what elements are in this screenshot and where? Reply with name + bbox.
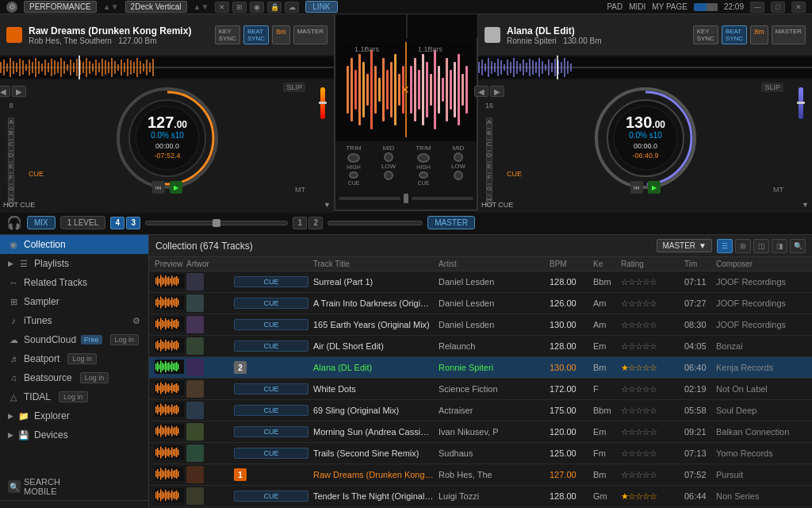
- track-preview[interactable]: [152, 381, 184, 397]
- track-preview[interactable]: [152, 338, 184, 354]
- track-preview[interactable]: [152, 317, 184, 333]
- table-row[interactable]: 2Alana (DL Edit)Ronnie Spiteri130.00Bm★☆…: [149, 357, 812, 379]
- performance-badge[interactable]: PERFORMANCE: [24, 1, 97, 13]
- table-row[interactable]: CUE165 Earth Years (Original Mix)Daniel …: [149, 314, 812, 336]
- beat-sync-btn-2[interactable]: BEATSYNC: [722, 25, 747, 44]
- icon-btn-2[interactable]: ⊞: [232, 2, 247, 13]
- sidebar-item-collection[interactable]: ◉ Collection: [0, 235, 148, 254]
- deck1-key-e[interactable]: E: [8, 162, 14, 173]
- deck1-play-btn[interactable]: ▶: [170, 181, 182, 194]
- deck2-pitch-slider[interactable]: [799, 87, 803, 119]
- deck2-key-e[interactable]: E: [486, 162, 492, 173]
- track-rating[interactable]: ☆☆☆☆☆: [619, 341, 682, 352]
- track-cue[interactable]: CUE: [232, 319, 311, 330]
- master-btn-2[interactable]: MASTER: [772, 25, 806, 44]
- beatport-login[interactable]: Log in: [67, 353, 97, 364]
- track-preview[interactable]: [152, 402, 184, 418]
- track-preview[interactable]: [152, 467, 184, 483]
- table-row[interactable]: CUE69 Sling (Original Mix)Actraiser175.0…: [149, 400, 812, 421]
- table-row[interactable]: CUEA Train Into Darkness (Original Mix)D…: [149, 293, 812, 314]
- trim-knob-2[interactable]: [417, 153, 430, 163]
- maximize-btn[interactable]: □: [771, 2, 785, 13]
- track-cue[interactable]: CUE: [232, 298, 311, 309]
- table-row[interactable]: CUETender Is The Night (Original Mix)Lui…: [149, 486, 812, 507]
- sidebar-item-related[interactable]: ↔ Related Tracks: [0, 273, 148, 292]
- key-sync-btn-2[interactable]: KEYSYNC: [693, 25, 718, 44]
- view-btn-info[interactable]: ◨: [772, 239, 787, 253]
- itunes-settings-icon[interactable]: ⚙: [132, 316, 140, 326]
- deck1-key-a[interactable]: A: [8, 117, 14, 129]
- table-row[interactable]: CUEWhite DotsScience Fiction172.00F☆☆☆☆☆…: [149, 379, 812, 400]
- deck1-hot-cue-arrow[interactable]: ▼: [324, 201, 331, 209]
- table-row[interactable]: CUESurreal (Part 1)Daniel Lesden128.00Bb…: [149, 271, 812, 293]
- track-cue[interactable]: 1: [232, 468, 311, 481]
- sidebar-item-sampler[interactable]: ⊞ Sampler: [0, 292, 148, 311]
- deck2-key-a[interactable]: A: [486, 117, 492, 129]
- track-rating[interactable]: ☆☆☆☆☆: [619, 277, 682, 287]
- tidal-login[interactable]: Log in: [59, 391, 88, 402]
- deck2-ind[interactable]: 3: [126, 217, 140, 229]
- beatsource-login[interactable]: Log in: [80, 372, 109, 383]
- search-btn[interactable]: 🔍: [790, 239, 806, 253]
- table-row[interactable]: CUETrails (Second Sine Remix)Sudhaus125.…: [149, 443, 812, 464]
- vol-fader-1[interactable]: [339, 197, 400, 200]
- view-btn-grid[interactable]: ⊞: [735, 239, 751, 253]
- master-transport-btn[interactable]: MASTER: [427, 216, 475, 229]
- track-cue[interactable]: CUE: [232, 448, 311, 459]
- sidebar-item-explorer[interactable]: ▶ 📁 Explorer: [0, 406, 148, 425]
- track-rating[interactable]: ☆☆☆☆☆: [619, 427, 682, 437]
- crossfader[interactable]: [404, 194, 408, 203]
- track-cue[interactable]: CUE: [232, 426, 311, 437]
- sidebar-item-beatport[interactable]: ♬ Beatport Log in: [0, 349, 148, 368]
- high-knob-2[interactable]: [419, 171, 428, 179]
- icon-btn-4[interactable]: 🔒: [267, 2, 282, 13]
- deck4-ind[interactable]: 2: [308, 217, 323, 229]
- close-btn[interactable]: ✕: [791, 2, 806, 13]
- track-rating[interactable]: ☆☆☆☆☆: [619, 470, 682, 480]
- deck1-ind[interactable]: 4: [110, 217, 124, 229]
- deck1-prev-btn[interactable]: ◀: [0, 86, 10, 97]
- master-select[interactable]: MASTER ▼: [657, 239, 712, 252]
- deck1-key-c[interactable]: C: [8, 140, 14, 151]
- track-rating[interactable]: ★☆☆☆☆: [619, 363, 682, 373]
- deck3-ind[interactable]: 1: [293, 217, 307, 229]
- icon-btn-1[interactable]: ✕: [215, 2, 229, 13]
- deck2-jog-wheel[interactable]: 130.00 0.0% s10 00:00.0 -06:40.9: [594, 87, 697, 190]
- deck1-key-d[interactable]: D: [8, 151, 14, 162]
- sidebar-item-playlists[interactable]: ▶ ☰ Playlists: [0, 254, 148, 273]
- deck1-back-btn[interactable]: ⏮: [152, 181, 165, 194]
- track-preview[interactable]: [152, 360, 184, 375]
- deck2-back-btn[interactable]: ⏮: [630, 181, 643, 194]
- master-btn-1[interactable]: MASTER: [293, 25, 327, 44]
- icon-btn-5[interactable]: ☁: [285, 2, 299, 13]
- mid-knob-2[interactable]: [454, 152, 463, 162]
- volume-slider-right[interactable]: [327, 221, 423, 225]
- track-cue[interactable]: 2: [232, 361, 311, 374]
- sidebar-item-soundcloud[interactable]: ☁ SoundCloud Free Log in: [0, 330, 148, 349]
- track-preview[interactable]: [152, 295, 184, 311]
- key-sync-btn-1[interactable]: KEYSYNC: [215, 25, 240, 44]
- low-knob-2[interactable]: [454, 171, 463, 180]
- deck1-jog-wheel[interactable]: 127.00 0.0% s10 00:00.0 -07:52.4: [116, 87, 219, 190]
- sidebar-item-tidal[interactable]: △ TIDAL Log in: [0, 387, 148, 406]
- track-cue[interactable]: CUE: [232, 276, 311, 287]
- gear-icon[interactable]: ⚙: [6, 2, 17, 13]
- deck2-prev-btn[interactable]: ◀: [474, 86, 488, 97]
- track-rating[interactable]: ☆☆☆☆☆: [619, 298, 682, 309]
- deck2-hot-cue-arrow[interactable]: ▼: [802, 201, 809, 209]
- track-rating[interactable]: ☆☆☆☆☆: [619, 406, 682, 416]
- sidebar-item-itunes[interactable]: ♪ iTunes ⚙: [0, 311, 148, 330]
- vol-fader-2[interactable]: [412, 197, 473, 200]
- deck2-key-b[interactable]: B: [486, 129, 492, 140]
- track-rating[interactable]: ☆☆☆☆☆: [619, 320, 682, 330]
- soundcloud-login[interactable]: Log in: [110, 334, 140, 345]
- deck1-key-b[interactable]: B: [8, 129, 14, 140]
- table-row[interactable]: CUEAir (DL Short Edit)Relaunch128.00Em☆☆…: [149, 336, 812, 357]
- mid-knob-1[interactable]: [384, 152, 393, 162]
- track-preview[interactable]: [152, 488, 184, 504]
- high-knob-1[interactable]: [349, 171, 358, 179]
- trim-knob-1[interactable]: [347, 153, 360, 163]
- track-rating[interactable]: ★☆☆☆☆: [619, 491, 682, 502]
- low-knob-1[interactable]: [384, 171, 393, 180]
- track-cue[interactable]: CUE: [232, 491, 311, 502]
